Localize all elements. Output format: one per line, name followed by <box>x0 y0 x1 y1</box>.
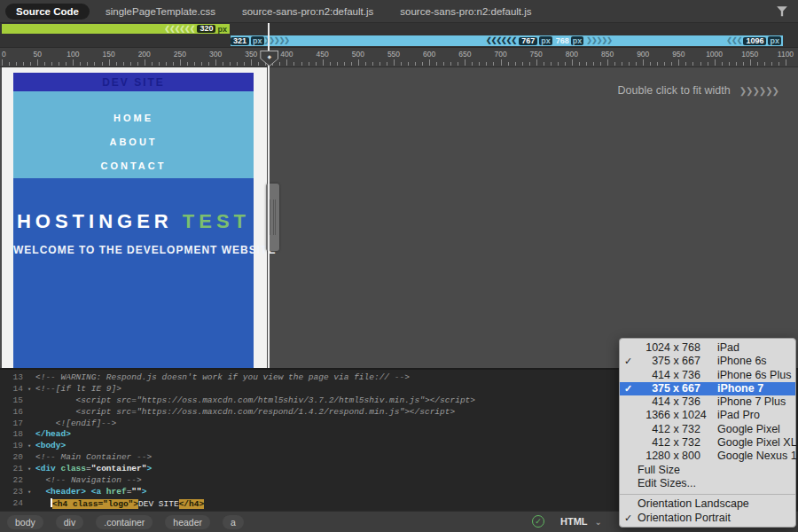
ruler-tick <box>465 59 466 66</box>
fold-arrow-icon[interactable]: ▾ <box>23 384 35 395</box>
size-height: 732 <box>682 423 712 436</box>
menu-item-edit-sizes-[interactable]: Edit Sizes... <box>620 477 795 490</box>
orientation-label: Orientation Portrait <box>638 512 731 525</box>
hero-title-white: HOSTINGER <box>17 210 183 232</box>
menu-separator <box>620 494 795 495</box>
ruler-tick <box>643 59 644 66</box>
tab-related-file-3[interactable]: source-sans-pro:n2:default.js <box>389 4 542 20</box>
ruler-tick <box>66 62 66 66</box>
fold-gutter <box>23 372 35 384</box>
menu-item-google-pixel[interactable]: 412x732Google Pixel <box>620 423 795 436</box>
menu-item-google-nexus-10[interactable]: 1280x800Google Nexus 10 <box>620 450 795 463</box>
ruler-tick <box>429 59 430 66</box>
ruler-tick <box>671 62 672 66</box>
ruler-label: 850 <box>601 50 614 59</box>
code-segment: <h4 class="logo"> <box>52 499 138 509</box>
ruler-tick <box>316 62 317 66</box>
ruler-tick <box>123 62 124 66</box>
doc-type-label[interactable]: HTML <box>560 516 588 527</box>
ruler-tick <box>102 62 103 66</box>
live-preview-page[interactable]: DEV SITE HOMEABOUTCONTACT HOSTINGER TEST… <box>2 67 267 368</box>
ruler-tick <box>515 62 516 66</box>
orientation-label: Orientation Landscape <box>638 497 749 511</box>
fold-arrow-icon[interactable]: ▾ <box>23 487 35 498</box>
fit-width-label: Double click to fit width <box>618 84 731 97</box>
code-segment: "" <box>131 487 141 497</box>
menu-item-ipad[interactable]: 1024x768iPad <box>620 341 795 355</box>
menu-item-orientation-portrait[interactable]: ✓Orientation Portrait <box>620 512 795 525</box>
ruler-tick <box>764 62 765 66</box>
site-header[interactable]: DEV SITE <box>13 73 254 91</box>
menu-item-iphone-7[interactable]: ✓375x667iPhone 7 <box>620 382 795 395</box>
ruler-tick <box>201 62 202 66</box>
ruler-label: 800 <box>566 50 578 59</box>
nav-link-about[interactable]: ABOUT <box>109 129 157 153</box>
ruler-tick <box>16 62 17 66</box>
lint-ok-icon[interactable]: ✓ <box>532 515 544 528</box>
nav-link-home[interactable]: HOME <box>113 106 153 129</box>
chevron-down-icon[interactable]: ⌄ <box>595 517 602 527</box>
menu-item-iphone-6s-plus[interactable]: 414x736iPhone 6s Plus <box>620 369 795 382</box>
menu-item-iphone-7-plus[interactable]: 414x736iPhone 7 Plus <box>620 395 795 409</box>
fit-width-hint[interactable]: Double click to fit width ❯❯❯❯❯❯ <box>618 84 778 97</box>
site-nav: HOMEABOUTCONTACT <box>13 91 254 178</box>
tag-selector-a[interactable]: a <box>223 515 244 529</box>
ruler-tick <box>244 62 245 66</box>
ruler-label: 50 <box>33 50 41 59</box>
menu-item-iphone-6s[interactable]: ✓375x667iPhone 6s <box>620 355 795 368</box>
tag-selector-div[interactable]: div <box>56 515 83 529</box>
ruler-tick <box>572 59 573 66</box>
ruler-label: 200 <box>138 50 151 59</box>
ruler-label: 550 <box>387 50 400 59</box>
mq-end-value: 1096 <box>743 37 766 45</box>
mq-767-unit: px <box>539 36 552 45</box>
tag-selector-container[interactable]: .container <box>96 515 153 529</box>
menu-item-orientation-landscape[interactable]: Orientation Landscape <box>620 497 795 511</box>
ruler-label: 0 <box>2 50 6 59</box>
tag-selector-body[interactable]: body <box>7 515 43 529</box>
ruler-tick <box>279 62 280 66</box>
size-height: 736 <box>682 395 712 409</box>
media-query-bars: ❮❮❮❮❮❮ 320 px 321 px ❯❯❯❯❯ ❮❮❮❮❮❮ 767 px… <box>0 23 798 47</box>
ruler-tick <box>536 59 537 66</box>
horizontal-ruler[interactable]: 0501001502002503003504004505005506006507… <box>0 47 798 67</box>
ruler-label: 100 <box>66 50 79 59</box>
tag-selector-header[interactable]: header <box>165 515 210 529</box>
viewport-width-line <box>268 23 270 368</box>
ruler-label: 600 <box>423 50 435 59</box>
tab-related-file-2[interactable]: source-sans-pro:n2:default.js <box>231 4 384 20</box>
media-query-bar-max320[interactable]: ❮❮❮❮❮❮ 320 px <box>2 24 230 34</box>
ruler-tick <box>194 62 195 66</box>
ruler-tick <box>23 62 24 66</box>
ruler-tick <box>152 62 153 66</box>
mq-green-unit: px <box>217 25 227 34</box>
ruler-label: 650 <box>458 50 471 59</box>
ruler-tick <box>258 62 259 66</box>
tab-related-file-1[interactable]: singlePageTemplate.css <box>95 4 226 20</box>
ruler-tick <box>323 59 324 66</box>
tab-source-code[interactable]: Source Code <box>5 4 90 20</box>
mq-767-value: 767 <box>519 37 537 45</box>
menu-item-ipad-pro[interactable]: 1366x1024iPad Pro <box>620 409 795 422</box>
line-number: 19 <box>0 441 23 452</box>
ruler-tick <box>750 59 751 66</box>
media-query-bar-min321[interactable]: 321 px ❯❯❯❯❯ ❮❮❮❮❮❮ 767 px 768 px ❯❯❯❯❯ … <box>231 35 783 46</box>
device-name: iPhone 6s Plus <box>717 369 791 382</box>
ruler-tick <box>664 62 665 66</box>
size-height: 732 <box>682 436 712 450</box>
fold-arrow-icon[interactable]: ▾ <box>23 441 35 452</box>
nav-link-contact[interactable]: CONTACT <box>101 153 167 177</box>
site-logo[interactable]: DEV SITE <box>102 76 165 89</box>
fold-arrow-icon[interactable]: ▾ <box>23 464 35 475</box>
menu-item-google-pixel-xl[interactable]: 412x732Google Pixel XL <box>620 436 795 450</box>
ruler-tick <box>771 62 772 66</box>
code-segment: <header> <a <box>35 487 106 497</box>
filter-icon[interactable] <box>775 5 789 18</box>
live-view-workspace: DEV SITE HOMEABOUTCONTACT HOSTINGER TEST… <box>0 67 798 368</box>
ruler-label: 700 <box>494 50 506 59</box>
device-name: Google Pixel XL <box>717 436 797 450</box>
menu-item-full-size[interactable]: Full Size <box>620 464 795 477</box>
mq-768-unit: px <box>571 36 584 45</box>
ruler-tick <box>607 59 608 66</box>
ruler-tick <box>586 62 587 66</box>
